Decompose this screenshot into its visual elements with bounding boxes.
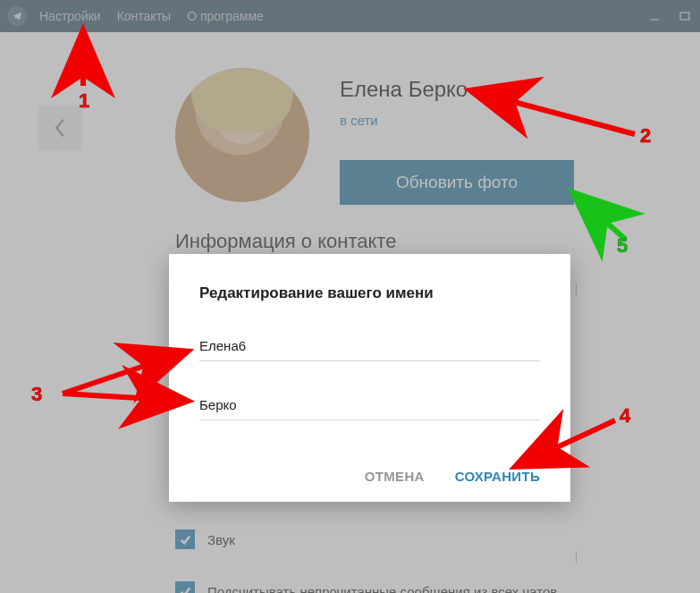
annotation-number-2: 2 [640,124,651,148]
last-name-input[interactable] [199,394,540,420]
annotation-number-3: 3 [31,383,42,406]
edit-name-dialog: Редактирование вашего имени ОТМЕНА СОХРА… [169,254,570,502]
annotation-number-4: 4 [620,404,630,428]
annotation-number-1: 1 [79,89,89,113]
cancel-button[interactable]: ОТМЕНА [365,469,425,484]
save-button[interactable]: СОХРАНИТЬ [455,469,540,484]
first-name-input[interactable] [199,335,540,361]
annotation-number-5: 5 [617,234,628,258]
dialog-title: Редактирование вашего имени [199,284,540,302]
